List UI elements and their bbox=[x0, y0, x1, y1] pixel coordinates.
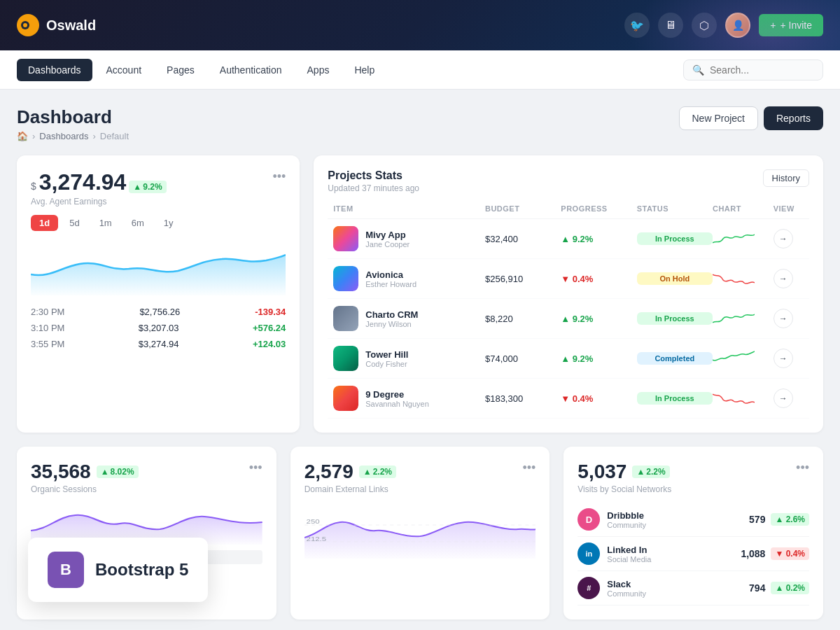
project-info-9degree: 9 Degree Savannah Nguyen bbox=[333, 386, 485, 411]
project-name-9degree: 9 Degree Savannah Nguyen bbox=[365, 389, 429, 408]
projects-card: Projects Stats Updated 37 minutes ago Hi… bbox=[314, 155, 823, 433]
view-avionica-button[interactable]: → bbox=[774, 269, 793, 288]
linkedin-badge: ▼ 0.4% bbox=[771, 547, 809, 560]
earnings-value: 3,274.94 bbox=[39, 169, 127, 195]
view-tower-button[interactable]: → bbox=[774, 349, 793, 368]
view-charto-button[interactable]: → bbox=[774, 309, 793, 328]
time-1: 2:30 PM bbox=[31, 307, 64, 317]
project-name-avionica: Avionica Esther Howard bbox=[365, 270, 416, 288]
filter-1y[interactable]: 1y bbox=[155, 215, 182, 231]
nav-dashboards[interactable]: Dashboards bbox=[17, 59, 92, 81]
reports-button[interactable]: Reports bbox=[764, 106, 823, 130]
nav-apps[interactable]: Apps bbox=[296, 59, 341, 81]
col-item: ITEM bbox=[333, 204, 485, 213]
header: Oswald 🐦 🖥 ⬡ 👤 + + Invite bbox=[0, 0, 840, 50]
nav-account[interactable]: Account bbox=[95, 59, 153, 81]
search-icon: 🔍 bbox=[692, 64, 704, 76]
view-mivy-button[interactable]: → bbox=[774, 229, 793, 248]
table-row: Charto CRM Jenny Wilson $8,220 ▲ 9.2% In… bbox=[328, 299, 809, 339]
status-badge-tower: Completed bbox=[637, 352, 713, 365]
breadcrumb-default: Default bbox=[100, 131, 129, 141]
logo-icon bbox=[17, 14, 39, 36]
organic-label: Organic Sessions bbox=[31, 484, 139, 494]
table-row: Tower Hill Cody Fisher $74,000 ▲ 9.2% Co… bbox=[328, 339, 809, 379]
project-info-mivy: Mivy App Jane Cooper bbox=[333, 226, 485, 251]
search-input[interactable] bbox=[710, 64, 814, 76]
logo-text: Oswald bbox=[46, 18, 96, 34]
page-header: Dashboard 🏠 › Dashboards › Default New P… bbox=[17, 106, 823, 141]
domain-label: Domain External Links bbox=[304, 484, 396, 494]
data-row-1: 2:30 PM $2,756.26 -139.34 bbox=[31, 307, 286, 317]
social-amount-section: 5,037 ▲ 2.2% Visits by Social Networks bbox=[578, 461, 671, 494]
val-2: $3,207.03 bbox=[139, 323, 179, 333]
camera-icon-button[interactable]: 🐦 bbox=[624, 13, 650, 38]
plus-icon: + bbox=[770, 20, 776, 31]
avatar[interactable]: 👤 bbox=[725, 13, 750, 38]
delta-1: -139.34 bbox=[255, 307, 286, 317]
slack-badge: ▲ 0.2% bbox=[771, 582, 809, 594]
project-icon-avionica bbox=[333, 266, 358, 291]
domain-amount-section: 2,579 ▲ 2.2% Domain External Links bbox=[304, 461, 396, 494]
domain-badge: ▲ 2.2% bbox=[359, 465, 396, 478]
organic-amount-section: 35,568 ▲ 8.02% Organic Sessions bbox=[31, 461, 139, 494]
page-title-section: Dashboard 🏠 › Dashboards › Default bbox=[17, 106, 129, 141]
domain-more-button[interactable]: ••• bbox=[522, 461, 536, 475]
page-header-actions: New Project Reports bbox=[679, 106, 824, 130]
delta-2: +576.24 bbox=[253, 323, 286, 333]
dribbble-badge: ▲ 2.6% bbox=[771, 513, 809, 526]
history-button[interactable]: History bbox=[763, 169, 809, 187]
earnings-amount: $ 3,274.94 ▲ 9.2% bbox=[31, 169, 167, 195]
status-badge-mivy: In Process bbox=[637, 232, 713, 245]
screen-icon-button[interactable]: 🖥 bbox=[658, 13, 683, 38]
earnings-more-button[interactable]: ••• bbox=[272, 169, 286, 184]
projects-title-section: Projects Stats Updated 37 minutes ago bbox=[328, 169, 419, 193]
nav-pages[interactable]: Pages bbox=[155, 59, 206, 81]
delta-3: +124.03 bbox=[253, 339, 286, 349]
invite-label: + Invite bbox=[780, 20, 812, 31]
projects-title: Projects Stats bbox=[328, 169, 419, 182]
project-name-tower: Tower Hill Cody Fisher bbox=[365, 349, 408, 368]
projects-header: Projects Stats Updated 37 minutes ago Hi… bbox=[328, 169, 809, 193]
breadcrumb-dashboards[interactable]: Dashboards bbox=[39, 131, 88, 141]
social-row-slack: # Slack Community 794 ▲ 0.2% bbox=[578, 571, 809, 606]
project-info-tower: Tower Hill Cody Fisher bbox=[333, 346, 485, 371]
time-3: 3:55 PM bbox=[31, 339, 64, 349]
col-status: STATUS bbox=[637, 204, 713, 213]
share-icon-button[interactable]: ⬡ bbox=[692, 13, 717, 38]
social-row-linkedin: in Linked In Social Media 1,088 ▼ 0.4% bbox=[578, 537, 809, 571]
domain-card: 2,579 ▲ 2.2% Domain External Links ••• bbox=[290, 447, 550, 620]
projects-table-header: ITEM BUDGET PROGRESS STATUS CHART VIEW bbox=[328, 204, 809, 219]
bootstrap-logo: B bbox=[48, 552, 84, 588]
filter-1d[interactable]: 1d bbox=[31, 215, 58, 231]
up-arrow-icon: ▲ bbox=[133, 182, 141, 192]
logo-wrap: Oswald bbox=[17, 14, 624, 36]
val-1: $2,756.26 bbox=[139, 307, 180, 317]
invite-button[interactable]: + + Invite bbox=[759, 14, 823, 36]
earnings-amount-section: $ 3,274.94 ▲ 9.2% Avg. Agent Earnings bbox=[31, 169, 167, 206]
page-title: Dashboard bbox=[17, 106, 129, 128]
project-icon-9degree bbox=[333, 386, 358, 411]
col-chart: CHART bbox=[713, 204, 774, 213]
project-name-mivy: Mivy App Jane Cooper bbox=[365, 230, 410, 248]
organic-amount: 35,568 bbox=[31, 461, 91, 483]
filter-5d[interactable]: 5d bbox=[61, 215, 88, 231]
currency-symbol: $ bbox=[31, 181, 36, 192]
social-card: 5,037 ▲ 2.2% Visits by Social Networks •… bbox=[564, 447, 823, 620]
table-row: Mivy App Jane Cooper $32,400 ▲ 9.2% In P… bbox=[328, 219, 809, 259]
organic-more-button[interactable]: ••• bbox=[249, 461, 262, 475]
project-icon-tower bbox=[333, 346, 358, 371]
breadcrumb: 🏠 › Dashboards › Default bbox=[17, 131, 129, 141]
nav-authentication[interactable]: Authentication bbox=[209, 59, 293, 81]
social-amount: 5,037 bbox=[578, 461, 626, 483]
project-info-charto: Charto CRM Jenny Wilson bbox=[333, 306, 485, 331]
domain-chart: 250 212.5 bbox=[304, 503, 536, 559]
view-9degree-button[interactable]: → bbox=[774, 388, 793, 408]
filter-1m[interactable]: 1m bbox=[91, 215, 120, 231]
nav-help[interactable]: Help bbox=[343, 59, 386, 81]
filter-6m[interactable]: 6m bbox=[123, 215, 153, 231]
svg-text:212.5: 212.5 bbox=[306, 536, 326, 542]
svg-text:250: 250 bbox=[306, 518, 319, 525]
social-more-button[interactable]: ••• bbox=[796, 461, 809, 475]
earnings-label: Avg. Agent Earnings bbox=[31, 197, 167, 206]
new-project-button[interactable]: New Project bbox=[679, 106, 758, 130]
